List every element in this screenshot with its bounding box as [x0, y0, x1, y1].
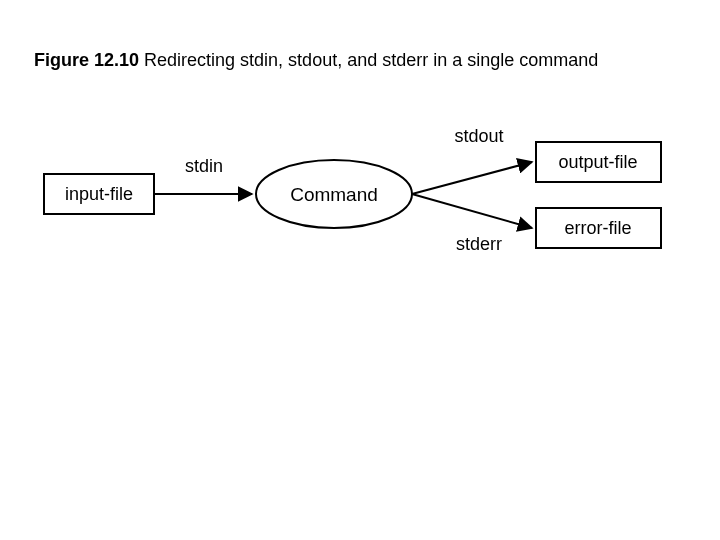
error-file-label: error-file: [564, 218, 631, 238]
command-label: Command: [290, 184, 378, 205]
stdin-label: stdin: [185, 156, 223, 176]
stderr-label: stderr: [456, 234, 502, 254]
input-file-label: input-file: [65, 184, 133, 204]
figure-caption: Figure 12.10 Redirecting stdin, stdout, …: [34, 50, 598, 71]
redirection-diagram: input-file stdin Command stdout output-f…: [34, 120, 694, 300]
figure-number: Figure 12.10: [34, 50, 139, 70]
output-file-label: output-file: [558, 152, 637, 172]
stdout-label: stdout: [454, 126, 503, 146]
stdout-arrow: [412, 162, 532, 194]
figure-title: Redirecting stdin, stdout, and stderr in…: [139, 50, 598, 70]
stderr-arrow: [412, 194, 532, 228]
